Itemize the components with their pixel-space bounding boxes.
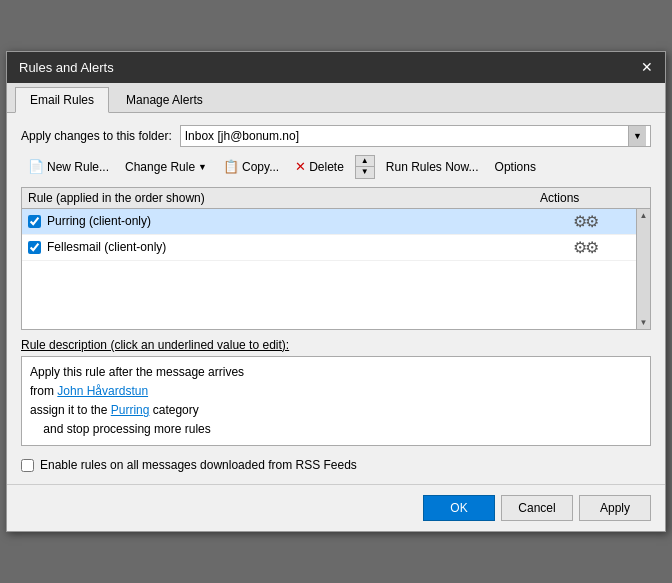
- folder-value: Inbox [jh@bonum.no]: [185, 129, 628, 143]
- rule-actions-icon-2: ⚙⚙: [540, 238, 630, 257]
- rules-table-body: Purring (client-only) ⚙⚙ Fellesmail (cli…: [22, 209, 636, 329]
- delete-button[interactable]: ✕ Delete: [288, 155, 351, 179]
- ok-button[interactable]: OK: [423, 495, 495, 521]
- rule-desc-line-1: Apply this rule after the message arrive…: [30, 363, 642, 382]
- folder-label: Apply changes to this folder:: [21, 129, 172, 143]
- rule-checkbox-2[interactable]: [28, 241, 41, 254]
- tab-bar: Email Rules Manage Alerts: [7, 83, 665, 113]
- rule-name-2: Fellesmail (client-only): [47, 240, 534, 254]
- main-content: Apply changes to this folder: Inbox [jh@…: [7, 113, 665, 485]
- folder-dropdown-button[interactable]: ▼: [628, 126, 646, 146]
- scroll-up-icon[interactable]: ▲: [640, 211, 648, 220]
- title-bar: Rules and Alerts ✕: [7, 52, 665, 83]
- rule-desc-box: Apply this rule after the message arrive…: [21, 356, 651, 447]
- move-button-group: ▲ ▼: [355, 155, 375, 179]
- rss-checkbox[interactable]: [21, 459, 34, 472]
- new-rule-button[interactable]: 📄 New Rule...: [21, 155, 116, 179]
- rule-checkbox-1[interactable]: [28, 215, 41, 228]
- delete-icon: ✕: [295, 159, 306, 174]
- move-up-button[interactable]: ▲: [356, 156, 374, 167]
- folder-row: Apply changes to this folder: Inbox [jh@…: [21, 125, 651, 147]
- col-header-rule: Rule (applied in the order shown): [28, 191, 540, 205]
- rule-actions-icon-1: ⚙⚙: [540, 212, 630, 231]
- rule-description-section: Rule description (click an underlined va…: [21, 338, 651, 447]
- options-button[interactable]: Options: [488, 155, 543, 179]
- rules-and-alerts-dialog: Rules and Alerts ✕ Email Rules Manage Al…: [6, 51, 666, 533]
- copy-icon: 📋: [223, 159, 239, 174]
- rule-desc-line-4: and stop processing more rules: [30, 420, 642, 439]
- apply-button[interactable]: Apply: [579, 495, 651, 521]
- run-rules-button[interactable]: Run Rules Now...: [379, 155, 486, 179]
- table-scrollbar: ▲ ▼: [636, 209, 650, 329]
- rule-name-1: Purring (client-only): [47, 214, 534, 228]
- change-rule-dropdown-icon: ▼: [198, 162, 207, 172]
- rule-desc-line-3: assign it to the Purring category: [30, 401, 642, 420]
- rule-desc-label: Rule description (click an underlined va…: [21, 338, 651, 352]
- dialog-title: Rules and Alerts: [19, 60, 114, 75]
- rss-row: Enable rules on all messages downloaded …: [21, 458, 651, 472]
- rule-desc-link-category[interactable]: Purring: [111, 403, 150, 417]
- col-header-actions: Actions: [540, 191, 630, 205]
- move-down-button[interactable]: ▼: [356, 167, 374, 178]
- bottom-buttons: OK Cancel Apply: [7, 484, 665, 531]
- rules-table: Rule (applied in the order shown) Action…: [21, 187, 651, 330]
- change-rule-button[interactable]: Change Rule ▼: [118, 155, 214, 179]
- rss-label: Enable rules on all messages downloaded …: [40, 458, 357, 472]
- table-row[interactable]: Purring (client-only) ⚙⚙: [22, 209, 636, 235]
- folder-select[interactable]: Inbox [jh@bonum.no] ▼: [180, 125, 651, 147]
- rules-table-header: Rule (applied in the order shown) Action…: [22, 188, 650, 209]
- copy-button[interactable]: 📋 Copy...: [216, 155, 286, 179]
- tab-manage-alerts[interactable]: Manage Alerts: [111, 87, 218, 112]
- scroll-down-icon[interactable]: ▼: [640, 318, 648, 327]
- rule-desc-line-2: from John Håvardstun: [30, 382, 642, 401]
- table-row[interactable]: Fellesmail (client-only) ⚙⚙: [22, 235, 636, 261]
- move-buttons: ▲ ▼: [355, 155, 375, 179]
- tab-email-rules[interactable]: Email Rules: [15, 87, 109, 113]
- table-scrollbar-area: Purring (client-only) ⚙⚙ Fellesmail (cli…: [22, 209, 650, 329]
- rule-desc-link-from[interactable]: John Håvardstun: [57, 384, 148, 398]
- new-rule-icon: 📄: [28, 159, 44, 174]
- close-button[interactable]: ✕: [641, 60, 653, 74]
- cancel-button[interactable]: Cancel: [501, 495, 573, 521]
- toolbar: 📄 New Rule... Change Rule ▼ 📋 Copy... ✕ …: [21, 155, 651, 179]
